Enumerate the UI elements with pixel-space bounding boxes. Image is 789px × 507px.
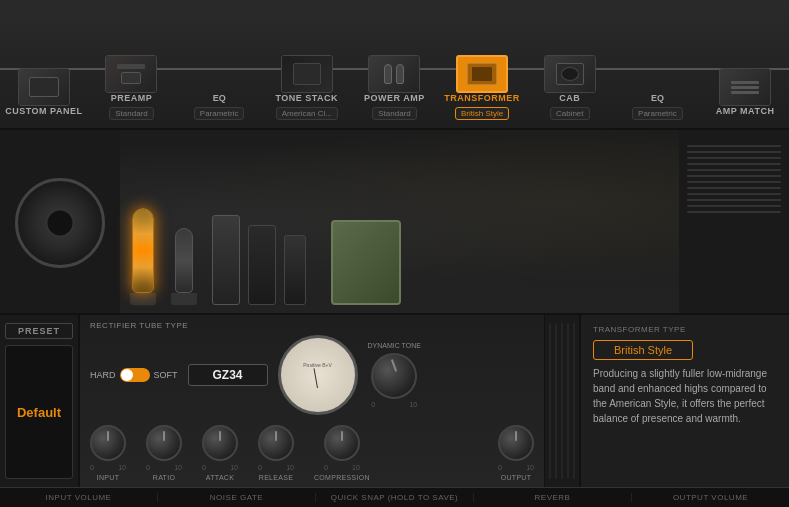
ratio-max: 10 (174, 464, 182, 471)
cab-icon (544, 55, 596, 93)
input-scale: 0 10 (90, 464, 126, 471)
cylindrical-components (212, 215, 306, 305)
custom-panel-icon (18, 68, 70, 106)
dynamic-tone-label: DYNAMIC TONE (368, 342, 421, 350)
soft-label: SOFT (154, 370, 178, 380)
grille-line-10 (687, 199, 781, 201)
info-panel: TRANSFORMER TYPE British Style Producing… (579, 315, 789, 487)
attack-max: 10 (230, 464, 238, 471)
grille-line-11 (687, 205, 781, 207)
transformer-visual (331, 220, 401, 305)
knob-group-ratio: 0 10 RATIO (146, 425, 182, 481)
vu-meter: Positive B+V (278, 335, 358, 415)
poweramp-label: POWER AMP (364, 93, 425, 103)
grille-line-2 (687, 151, 781, 153)
tube-glass-glow (132, 208, 154, 293)
attack-label: ATTACK (206, 474, 234, 481)
input-max: 10 (118, 464, 126, 471)
transformer-icon (456, 55, 508, 93)
release-label: RELEASE (259, 474, 293, 481)
output-scale: 0 10 (498, 464, 534, 471)
attack-min: 0 (202, 464, 206, 471)
nav-item-custom-panel[interactable]: CUSTOM PANEL (4, 68, 84, 120)
grille-line-7 (687, 181, 781, 183)
custom-panel-label: CUSTOM PANEL (5, 106, 82, 116)
vertical-grille (544, 315, 579, 487)
attack-scale: 0 10 (202, 464, 238, 471)
preamp-label: PREAMP (111, 93, 153, 103)
preset-panel: PRESET Default (0, 315, 80, 487)
tonestack-label: TONE STACK (275, 93, 338, 103)
grille-v-1 (549, 323, 551, 479)
cab-sublabel: Cabinet (550, 107, 590, 120)
nav-item-preamp[interactable]: PREAMP Standard (91, 55, 171, 120)
grille-v-3 (561, 323, 563, 479)
preamp-sublabel: Standard (109, 107, 153, 120)
bottom-output-volume[interactable]: OUTPUT VOLUME (632, 493, 789, 502)
output-label: OUTPUT (501, 474, 532, 481)
knob-group-output: 0 10 OUTPUT (498, 425, 534, 481)
attack-knob[interactable] (202, 425, 238, 461)
nav-item-cab[interactable]: CAB Cabinet (530, 55, 610, 120)
release-scale: 0 10 (258, 464, 294, 471)
bottom-quick-snap[interactable]: QUICK SNAP (HOLD TO SAVE) (316, 493, 474, 502)
top-controls-row: RECTIFIER TUBE TYPE (90, 321, 534, 330)
hard-soft-toggle[interactable] (120, 368, 150, 382)
dynamic-min: 0 (371, 401, 375, 408)
compression-knob[interactable] (324, 425, 360, 461)
compression-max: 10 (352, 464, 360, 471)
tube-2 (171, 228, 197, 305)
preset-display[interactable]: Default (5, 345, 73, 479)
output-max: 10 (526, 464, 534, 471)
tube-base-1 (130, 293, 156, 305)
release-knob[interactable] (258, 425, 294, 461)
transformer-style-display: British Style (593, 340, 693, 360)
amp-visual-area (0, 130, 789, 315)
poweramp-icon (368, 55, 420, 93)
knob-group-attack: 0 10 ATTACK (202, 425, 238, 481)
left-speaker-grille (0, 130, 120, 315)
bottom-input-volume[interactable]: INPUT VOLUME (0, 493, 158, 502)
speaker-cone (15, 178, 105, 268)
output-min: 0 (498, 464, 502, 471)
input-label: INPUT (97, 474, 120, 481)
nav-items: CUSTOM PANEL PREAMP Standard EQ Parametr… (0, 55, 789, 120)
bottom-reverb[interactable]: REVERB (474, 493, 632, 502)
compression-label: COMPRESSION (314, 474, 370, 481)
knob-group-compression: 0 10 COMPRESSION (314, 425, 370, 481)
grille-line-5 (687, 169, 781, 171)
knobs-row: 0 10 INPUT 0 10 RATIO 0 10 ATTACK (90, 425, 534, 481)
ratio-knob[interactable] (146, 425, 182, 461)
rectifier-display: GZ34 (188, 364, 268, 386)
vu-label: Positive B+V (303, 362, 332, 368)
release-max: 10 (286, 464, 294, 471)
release-min: 0 (258, 464, 262, 471)
nav-item-eq1[interactable]: EQ Parametric (179, 93, 259, 120)
main-controls: RECTIFIER TUBE TYPE HARD SOFT GZ34 Posit… (80, 315, 544, 487)
tube-base-2 (171, 293, 197, 305)
grille-line-8 (687, 187, 781, 189)
bottom-bar: INPUT VOLUME NOISE GATE QUICK SNAP (HOLD… (0, 487, 789, 507)
nav-item-amp-match[interactable]: AMP MATCH (705, 68, 785, 120)
transformer-sublabel: British Style (455, 107, 509, 120)
hard-label: HARD (90, 370, 116, 380)
dynamic-tone-knob[interactable] (371, 353, 417, 399)
nav-item-poweramp[interactable]: POWER AMP Standard (354, 55, 434, 120)
grille-v-4 (567, 323, 569, 479)
right-speaker-grille (679, 130, 789, 315)
knob-group-input: 0 10 INPUT (90, 425, 126, 481)
transformer-type-section-label: TRANSFORMER TYPE (593, 325, 777, 334)
grille-v-2 (555, 323, 557, 479)
transformer-description: Producing a slightly fuller low-midrange… (593, 366, 777, 426)
ratio-min: 0 (146, 464, 150, 471)
input-knob[interactable] (90, 425, 126, 461)
nav-item-transformer[interactable]: TRANSFORMER British Style (442, 55, 522, 120)
nav-item-eq2[interactable]: EQ Parametric (617, 93, 697, 120)
amp-background (0, 130, 789, 313)
tubes-area (130, 150, 530, 305)
vu-inner: Positive B+V (303, 362, 332, 388)
input-min: 0 (90, 464, 94, 471)
bottom-noise-gate[interactable]: NOISE GATE (158, 493, 316, 502)
nav-item-tonestack[interactable]: TONE STACK American Cl... (267, 55, 347, 120)
output-knob[interactable] (498, 425, 534, 461)
